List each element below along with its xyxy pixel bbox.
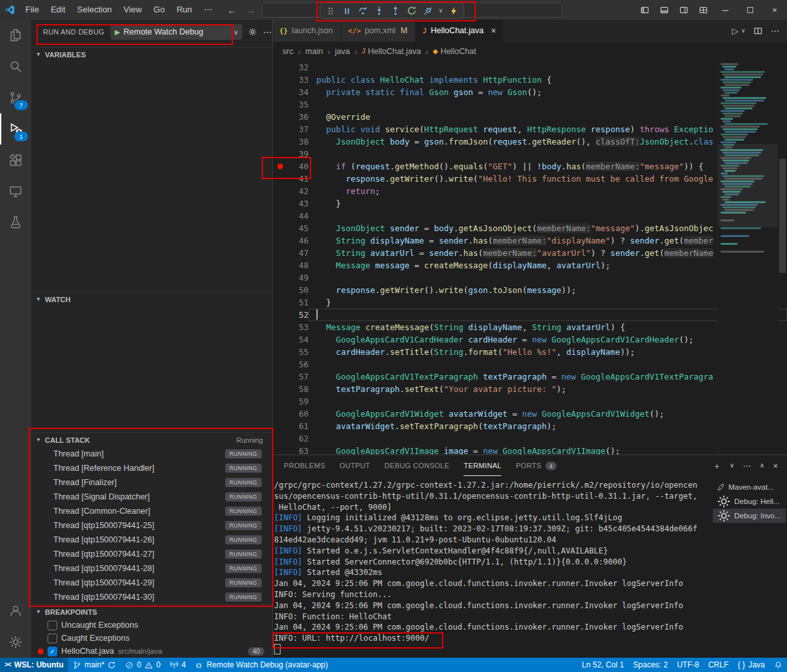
breadcrumb-item[interactable]: java	[335, 47, 350, 56]
breakpoint-gutter[interactable]	[272, 123, 288, 135]
code-line-62[interactable]: 62	[272, 432, 787, 445]
call-stack-thread[interactable]: Thread [qtp1500079441-26]RUNNING	[31, 533, 272, 547]
code-line-44[interactable]: 44	[272, 210, 787, 222]
code-line-38[interactable]: 38 JsonObject body = gson.fromJson(reque…	[272, 135, 787, 148]
status-notifications[interactable]	[769, 658, 787, 672]
code-line-49[interactable]: 49	[272, 272, 787, 284]
panel-tab-ports[interactable]: PORTS4	[516, 455, 557, 476]
code-line-54[interactable]: 54 GoogleAppsCardV1CardHeader cardHeader…	[272, 333, 787, 346]
drag-handle-button[interactable]	[322, 4, 338, 18]
step-over-button[interactable]	[355, 4, 371, 18]
code-line-50[interactable]: 50 response.getWriter().write(gson.toJso…	[272, 284, 787, 296]
minimap[interactable]	[717, 61, 778, 455]
call-stack-thread[interactable]: Thread [qtp1500079441-29]RUNNING	[31, 576, 272, 590]
layout-grid-button[interactable]	[693, 0, 713, 20]
pause-button[interactable]	[338, 4, 355, 18]
breakpoint-gutter[interactable]	[272, 272, 288, 284]
layout-columns-button[interactable]	[674, 0, 693, 20]
menu-selection[interactable]: Selection	[71, 3, 117, 17]
terminal-link[interactable]: INFO: URL: http://localhost:9000/	[274, 634, 429, 643]
step-out-button[interactable]	[387, 4, 404, 18]
plus-button[interactable]: ＋	[713, 462, 721, 470]
panel-tab-problems[interactable]: PROBLEMS	[284, 455, 325, 476]
activity-extensions[interactable]	[0, 145, 31, 176]
activity-manage[interactable]	[0, 626, 31, 658]
code-line-45[interactable]: 45 JsonObject sender = body.getAsJsonObj…	[272, 222, 787, 234]
chevron-up-button[interactable]: ∧	[760, 462, 764, 469]
split-button[interactable]	[753, 26, 763, 36]
code-line-33[interactable]: 33public class HelloChat implements Http…	[272, 74, 787, 86]
breakpoint-row[interactable]: Caught Exceptions	[31, 632, 272, 645]
breakpoints-section-header[interactable]: ▼ BREAKPOINTS	[31, 604, 272, 619]
breakpoint-gutter[interactable]	[272, 284, 288, 296]
code-line-55[interactable]: 55 cardHeader.setTitle(String.format("He…	[272, 346, 787, 358]
code-line-41[interactable]: 41 response.getWriter().write("Hello! Th…	[272, 173, 787, 185]
code-line-59[interactable]: 59	[272, 395, 787, 408]
status-debug-session[interactable]: Remote Watch Debug (avatar-app)	[190, 658, 332, 672]
breakpoint-gutter[interactable]	[272, 296, 288, 309]
tab-hellochat-java[interactable]: JHelloChat.java×	[415, 20, 504, 42]
status-problems[interactable]: 00	[120, 658, 165, 672]
breakpoint-gutter[interactable]	[272, 395, 288, 408]
variables-section-header[interactable]: ▼ VARIABLES	[31, 47, 272, 61]
restart-button[interactable]	[404, 4, 420, 18]
code-line-60[interactable]: 60 GoogleAppsCardV1Widget avatarWidget =…	[272, 408, 787, 420]
code-line-63[interactable]: 63 GoogleAppsCardV1Image image = new Goo…	[272, 445, 787, 455]
close-tab-icon[interactable]: ×	[491, 25, 496, 36]
code-line-32[interactable]: 32	[272, 61, 787, 74]
editor-scrollbar[interactable]	[778, 61, 787, 455]
code-line-43[interactable]: 43 }	[272, 197, 787, 210]
breakpoint-checkbox[interactable]	[48, 621, 57, 630]
breakpoint-gutter[interactable]	[272, 98, 288, 111]
minimize-button[interactable]: ─	[713, 0, 738, 20]
activity-accounts[interactable]	[0, 595, 31, 626]
code-editor[interactable]: 3233public class HelloChat implements Ht…	[272, 61, 787, 455]
breadcrumb-item[interactable]: src	[283, 47, 294, 56]
breakpoint-gutter[interactable]	[272, 185, 288, 197]
call-stack-thread[interactable]: Thread [Signal Dispatcher]RUNNING	[31, 490, 272, 504]
breakpoint-gutter[interactable]	[272, 173, 288, 185]
close-button[interactable]: ×	[773, 462, 778, 470]
breakpoint-gutter[interactable]	[272, 408, 288, 420]
code-line-42[interactable]: 42 return;	[272, 185, 787, 197]
debug-config-dropdown[interactable]: ▶ Remote Watch Debug ∨	[111, 24, 242, 40]
code-line-34[interactable]: 34 private static final Gson gson = new …	[272, 86, 787, 98]
breakpoint-gutter[interactable]	[272, 222, 288, 234]
breadcrumb-item[interactable]: ◆HelloChat	[433, 47, 476, 56]
code-line-39[interactable]: 39	[272, 148, 787, 160]
menu-file[interactable]: File	[20, 3, 45, 17]
code-line-46[interactable]: 46 String displayName = sender.has(membe…	[272, 234, 787, 247]
watch-section-header[interactable]: ▼ WATCH	[31, 292, 272, 306]
back-arrow-icon[interactable]: ←	[227, 5, 237, 15]
scrollbar-thumb[interactable]	[779, 159, 786, 273]
menu-edit[interactable]: Edit	[45, 3, 71, 17]
step-into-button[interactable]	[371, 4, 387, 18]
status-cursor-position[interactable]: Ln 52, Col 1	[577, 658, 629, 672]
code-line-53[interactable]: 53 Message createMessage(String displayN…	[272, 321, 787, 333]
breakpoint-gutter[interactable]	[272, 371, 288, 383]
more-debug-actions-button[interactable]: ∨	[436, 4, 445, 18]
status-language-mode[interactable]: { }Java	[733, 658, 769, 672]
hot-code-replace-button[interactable]	[445, 4, 462, 18]
call-stack-thread[interactable]: Thread [qtp1500079441-30]RUNNING	[31, 590, 272, 604]
breakpoint-gutter[interactable]	[272, 197, 288, 210]
terminal-instance[interactable]: Maven-avat...	[713, 480, 786, 494]
activity-remote-explorer[interactable]	[0, 176, 31, 207]
disconnect-button[interactable]	[420, 4, 436, 18]
terminal-instance[interactable]: Debug: Hell...	[713, 494, 786, 509]
breakpoint-gutter[interactable]	[272, 259, 288, 272]
breakpoint-row[interactable]: ✓HelloChat.javasrc/main/java40	[31, 645, 272, 658]
call-stack-thread[interactable]: Thread [Reference Handler]RUNNING	[31, 461, 272, 475]
breakpoint-gutter[interactable]	[272, 309, 288, 321]
breakpoint-gutter[interactable]	[272, 432, 288, 445]
code-line-40[interactable]: 40 if (request.getMethod().equals("GET")…	[272, 160, 787, 173]
chevron-down-button[interactable]: ∨	[730, 462, 734, 469]
breakpoint-gutter[interactable]	[272, 420, 288, 432]
breakpoint-gutter[interactable]	[272, 61, 288, 74]
layout-panel-button[interactable]	[654, 0, 674, 20]
layout-sidebar-button[interactable]	[635, 0, 654, 20]
ellipsis-button[interactable]: ⋯	[771, 27, 779, 35]
code-line-47[interactable]: 47 String avatarUrl = sender.has(memberN…	[272, 247, 787, 259]
status-encoding[interactable]: UTF-8	[672, 658, 704, 672]
activity-explorer[interactable]	[0, 20, 31, 51]
